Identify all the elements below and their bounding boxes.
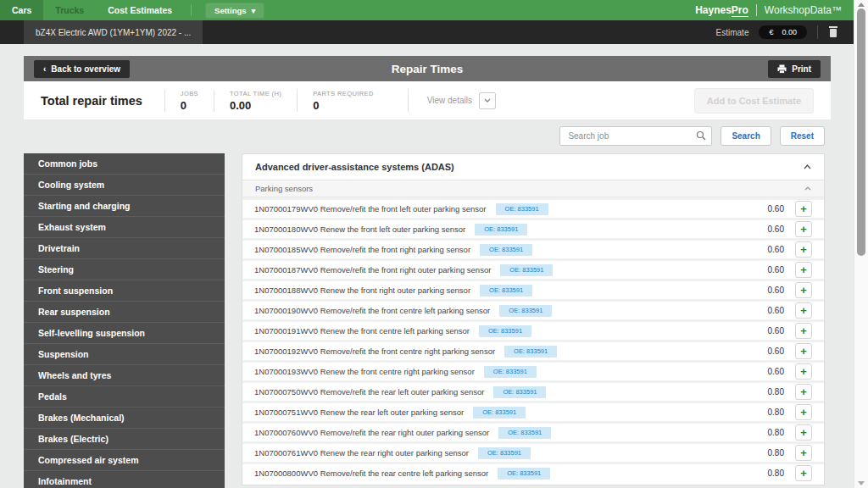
add-job-button[interactable]: + xyxy=(795,404,812,420)
add-job-button[interactable]: + xyxy=(795,241,812,258)
section-title: Advanced driver-assistance systems (ADAS… xyxy=(255,162,454,172)
search-button[interactable]: Search xyxy=(721,126,771,146)
repair-time-value: 0.60 xyxy=(768,326,784,336)
stat-parts-required: PARTS REQUIRED 0 xyxy=(297,90,389,112)
job-description: 1N07000191WV0 Renew the front centre lef… xyxy=(254,326,470,336)
vertical-scrollbar[interactable] xyxy=(854,0,868,488)
plus-icon: + xyxy=(800,385,807,398)
sidebar-item[interactable]: Steering xyxy=(24,259,225,280)
add-job-button[interactable]: + xyxy=(795,465,812,481)
stat-total-time-value: 0.00 xyxy=(230,99,281,112)
search-input[interactable] xyxy=(559,126,712,146)
oe-badge[interactable]: OE: 833591 xyxy=(480,285,532,297)
oe-badge[interactable]: OE: 833591 xyxy=(498,468,550,480)
repair-rows: 1N07000179WV0 Remove/refit the front lef… xyxy=(242,197,824,482)
sidebar-item[interactable]: Cooling system xyxy=(24,175,225,196)
add-job-button[interactable]: + xyxy=(795,323,812,339)
subsection-header-parking-sensors[interactable]: Parking sensors xyxy=(242,180,824,197)
print-button[interactable]: Print xyxy=(768,60,821,78)
job-description: 1N07000193WV0 Renew the front centre rig… xyxy=(254,367,475,376)
top-navigation: Cars Trucks Cost Estimates Settings ▾ Ha… xyxy=(0,0,854,20)
stat-parts-required-value: 0 xyxy=(313,99,374,112)
sidebar-item[interactable]: Pedals xyxy=(24,386,225,408)
scroll-down-icon[interactable] xyxy=(858,481,865,485)
add-job-button[interactable]: + xyxy=(795,424,812,441)
vehicle-tab[interactable]: bZ4X Electric AWD (1YM+1YM) 2022 - ... xyxy=(24,20,203,44)
oe-badge[interactable]: OE: 833591 xyxy=(479,325,531,337)
sidebar-item[interactable]: Suspension xyxy=(24,344,225,365)
sidebar-item[interactable]: Rear suspension xyxy=(24,302,225,323)
view-details-dropdown[interactable] xyxy=(479,92,496,109)
oe-badge[interactable]: OE: 833591 xyxy=(498,427,551,439)
section-header-adas[interactable]: Advanced driver-assistance systems (ADAS… xyxy=(242,154,824,180)
oe-badge[interactable]: OE: 833591 xyxy=(484,366,537,378)
sidebar-item[interactable]: Front suspension xyxy=(24,280,225,302)
sidebar-item[interactable]: Exhaust system xyxy=(24,217,225,238)
job-description: 1N07000180WV0 Renew the front left outer… xyxy=(254,225,465,234)
add-job-button[interactable]: + xyxy=(795,343,812,359)
totals-band: Total repair times JOBS 0 TOTAL TIME (H)… xyxy=(24,81,831,119)
scroll-up-icon[interactable] xyxy=(858,3,865,7)
sidebar-item[interactable]: Infotainment xyxy=(24,471,225,488)
add-job-button[interactable]: + xyxy=(795,262,812,278)
sidebar-item[interactable]: Compressed air system xyxy=(24,450,225,471)
add-job-button[interactable]: + xyxy=(795,201,812,217)
brand-product: WorkshopData™ xyxy=(765,4,842,16)
scrollbar-thumb[interactable] xyxy=(857,8,865,256)
table-row: 1N07000761WV0 Renew the rear right outer… xyxy=(242,444,824,462)
add-job-button[interactable]: + xyxy=(795,384,812,400)
add-job-button[interactable]: + xyxy=(795,282,812,298)
oe-badge[interactable]: OE: 833591 xyxy=(500,264,553,276)
sidebar-item[interactable]: Drivetrain xyxy=(24,238,225,259)
repair-time-value: 0.60 xyxy=(768,265,784,274)
stat-total-time: TOTAL TIME (H) 0.00 xyxy=(214,90,297,112)
oe-badge[interactable]: OE: 833591 xyxy=(478,447,531,459)
subsection-title: Parking sensors xyxy=(255,184,313,193)
chevron-down-icon xyxy=(484,98,491,103)
oe-badge[interactable]: OE: 833591 xyxy=(473,407,526,419)
add-job-button[interactable]: + xyxy=(795,363,812,380)
sidebar-item[interactable]: Common jobs xyxy=(24,153,225,175)
job-description: 1N07000750WV0 Remove/refit the rear left… xyxy=(254,387,484,396)
add-to-cost-estimate-button[interactable]: Add to Cost Estimate xyxy=(694,88,814,114)
stat-total-time-label: TOTAL TIME (H) xyxy=(230,90,281,97)
estimate-total-pill[interactable]: € 0.00 xyxy=(759,25,807,39)
add-job-button[interactable]: + xyxy=(795,221,812,237)
table-row: 1N07000190WV0 Remove/refit the front cen… xyxy=(242,302,824,319)
oe-badge[interactable]: OE: 833591 xyxy=(504,346,557,358)
add-job-button[interactable]: + xyxy=(795,445,812,461)
estimate-currency: € xyxy=(769,28,773,36)
oe-badge[interactable]: OE: 833591 xyxy=(475,224,527,236)
nav-tab-trucks[interactable]: Trucks xyxy=(43,0,96,20)
repair-time-value: 0.80 xyxy=(768,408,784,417)
table-row: 1N07000760WV0 Remove/refit the rear righ… xyxy=(242,424,824,441)
sidebar-item[interactable]: Wheels and tyres xyxy=(24,365,225,386)
job-description: 1N07000800WV0 Remove/refit the rear cent… xyxy=(254,469,488,478)
stat-parts-required-label: PARTS REQUIRED xyxy=(313,90,374,97)
nav-tab-cost-estimates[interactable]: Cost Estimates xyxy=(96,0,184,20)
plus-icon: + xyxy=(800,324,807,337)
oe-badge[interactable]: OE: 833591 xyxy=(480,244,532,256)
sidebar-item[interactable]: Brakes (Mechanical) xyxy=(24,408,225,429)
oe-badge[interactable]: OE: 833591 xyxy=(493,386,546,398)
add-job-button[interactable]: + xyxy=(795,302,812,319)
reset-button[interactable]: Reset xyxy=(780,126,825,146)
sidebar-item[interactable]: Self-levelling suspension xyxy=(24,323,225,344)
table-row: 1N07000192WV0 Remove/refit the front cen… xyxy=(242,342,824,360)
plus-icon: + xyxy=(800,304,807,317)
plus-icon: + xyxy=(800,406,807,419)
sidebar-item[interactable]: Brakes (Electric) xyxy=(24,429,225,450)
settings-button[interactable]: Settings ▾ xyxy=(205,3,264,19)
back-to-overview-button[interactable]: ‹ Back to overview xyxy=(34,60,130,78)
nav-tab-cars[interactable]: Cars xyxy=(0,0,43,20)
repair-time-value: 0.60 xyxy=(768,306,784,315)
category-sidebar: Common jobs Cooling system Starting and … xyxy=(24,153,225,488)
repair-time-value: 0.60 xyxy=(768,367,784,376)
oe-badge[interactable]: OE: 833591 xyxy=(496,203,548,215)
job-description: 1N07000187WV0 Remove/refit the front rig… xyxy=(254,265,491,274)
view-details: View details xyxy=(408,89,496,113)
chevron-up-icon xyxy=(804,186,811,191)
sidebar-item[interactable]: Starting and charging xyxy=(24,196,225,217)
trash-icon[interactable] xyxy=(828,26,838,38)
oe-badge[interactable]: OE: 833591 xyxy=(499,305,552,317)
